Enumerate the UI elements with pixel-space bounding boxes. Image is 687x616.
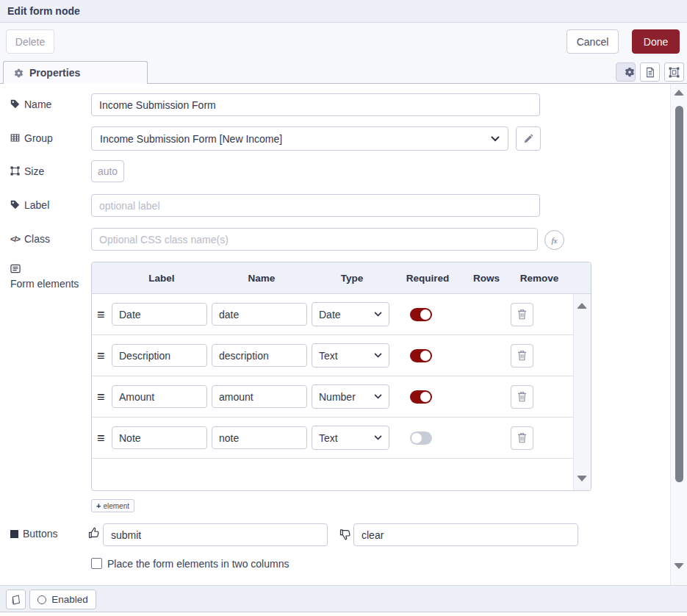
pencil-icon — [523, 134, 533, 144]
remove-row-button[interactable] — [511, 303, 533, 326]
remove-row-button[interactable] — [511, 344, 533, 368]
trash-icon — [517, 309, 527, 320]
properties-tab-button[interactable] — [616, 62, 636, 82]
panel-scrollbar[interactable] — [670, 84, 687, 585]
element-type-select[interactable]: Text — [312, 426, 389, 450]
tag-icon — [10, 99, 20, 109]
form-element-row: ≡ Text — [92, 418, 591, 459]
size-field-label: Size — [10, 165, 44, 178]
gear-icon — [625, 67, 635, 77]
dialog-toolbar: Delete Cancel Done — [0, 23, 687, 60]
list-alt-icon — [10, 264, 21, 273]
remove-row-button[interactable] — [511, 426, 533, 450]
buttons-field-label: Buttons — [10, 528, 57, 540]
chevron-down-icon — [374, 353, 382, 358]
thumbs-up-icon — [88, 527, 100, 539]
dialog-title-bar: Edit form node — [0, 0, 687, 23]
form-element-row: ≡ Date — [92, 294, 591, 335]
edit-group-button[interactable] — [516, 126, 541, 151]
element-label-input[interactable] — [112, 344, 207, 367]
drag-handle-icon[interactable]: ≡ — [97, 431, 112, 445]
object-size-icon — [10, 166, 20, 176]
table-scrollbar[interactable] — [573, 294, 591, 490]
form-elements-table: Label Name Type Required Rows Remove ≡ D… — [91, 262, 591, 491]
appearance-tab-button[interactable] — [664, 62, 684, 82]
chevron-down-icon — [374, 435, 382, 440]
class-input[interactable] — [91, 228, 538, 251]
element-type-select[interactable]: Number — [312, 384, 389, 409]
dialog-footer: Enabled — [0, 585, 687, 612]
column-header-rows: Rows — [463, 273, 510, 284]
properties-panel: Name Group Income Submission Form [New I… — [0, 84, 687, 585]
required-toggle[interactable] — [410, 349, 432, 362]
element-name-input[interactable] — [212, 385, 307, 408]
thumbs-down-icon — [339, 529, 351, 540]
tab-properties[interactable]: Properties — [3, 61, 148, 84]
add-element-button[interactable]: + element — [91, 499, 134, 512]
code-icon: </> — [10, 233, 20, 246]
cancel-button[interactable]: Cancel — [566, 29, 619, 54]
required-toggle[interactable] — [410, 431, 432, 445]
trash-icon — [517, 432, 527, 443]
enabled-toggle-button[interactable]: Enabled — [29, 590, 96, 609]
drag-handle-icon[interactable]: ≡ — [97, 349, 112, 362]
required-toggle[interactable] — [410, 308, 432, 321]
drag-handle-icon[interactable]: ≡ — [97, 390, 112, 404]
scroll-down-arrow-icon[interactable] — [674, 563, 684, 569]
column-header-name: Name — [212, 273, 312, 284]
form-element-row: ≡ Number — [92, 376, 591, 418]
node-info-button[interactable] — [6, 590, 26, 609]
delete-button[interactable]: Delete — [6, 29, 54, 54]
scroll-up-arrow-icon[interactable] — [674, 90, 684, 96]
class-field-label: </> Class — [10, 233, 50, 246]
scroll-down-arrow-icon[interactable] — [577, 476, 587, 481]
element-name-input[interactable] — [212, 426, 307, 449]
element-name-input[interactable] — [212, 344, 307, 367]
trash-icon — [517, 350, 527, 361]
two-columns-checkbox[interactable] — [91, 558, 102, 569]
group-select[interactable]: Income Submission Form [New Income] — [91, 126, 508, 151]
chevron-down-icon — [374, 394, 382, 399]
form-element-row: ≡ Text — [92, 335, 591, 376]
element-type-select[interactable]: Text — [312, 343, 389, 368]
object-group-icon — [669, 67, 680, 78]
scroll-up-arrow-icon[interactable] — [577, 303, 587, 309]
element-name-input[interactable] — [212, 303, 307, 326]
label-input[interactable] — [91, 194, 540, 217]
two-columns-label: Place the form elements in two columns — [107, 558, 289, 570]
description-tab-button[interactable] — [640, 62, 660, 82]
submit-button-text-input[interactable] — [103, 523, 328, 546]
status-circle-icon — [37, 595, 46, 604]
drag-handle-icon[interactable]: ≡ — [97, 308, 112, 321]
element-type-select[interactable]: Date — [312, 302, 389, 326]
document-icon — [645, 67, 655, 78]
element-label-input[interactable] — [112, 385, 207, 408]
tab-properties-label: Properties — [29, 67, 80, 79]
clear-button-text-input[interactable] — [353, 523, 578, 546]
chevron-down-icon — [374, 312, 382, 317]
trash-icon — [517, 391, 527, 402]
required-toggle[interactable] — [410, 390, 432, 404]
group-field-label: Group — [10, 132, 53, 145]
element-label-input[interactable] — [112, 303, 207, 326]
dialog-title: Edit form node — [7, 5, 80, 17]
done-button[interactable]: Done — [632, 29, 680, 54]
label-field-label: Label — [10, 199, 49, 212]
enabled-label: Enabled — [51, 594, 88, 605]
form-elements-label: Form elements — [10, 263, 84, 290]
scrollbar-thumb[interactable] — [675, 106, 683, 482]
name-input[interactable] — [91, 93, 540, 116]
name-field-label: Name — [10, 99, 51, 111]
table-icon — [10, 133, 20, 143]
remove-row-button[interactable] — [511, 385, 533, 409]
column-header-required: Required — [392, 273, 463, 284]
column-header-label: Label — [112, 273, 212, 284]
tag-icon — [10, 200, 20, 209]
form-elements-table-header: Label Name Type Required Rows Remove — [92, 262, 591, 294]
element-label-input[interactable] — [112, 426, 207, 449]
size-button[interactable]: auto — [91, 160, 124, 182]
chevron-down-icon — [491, 136, 500, 142]
edit-form-node-dialog: Edit form node Delete Cancel Done Proper… — [0, 0, 687, 616]
square-icon — [10, 530, 18, 538]
fx-expand-button[interactable]: fx — [544, 230, 564, 250]
